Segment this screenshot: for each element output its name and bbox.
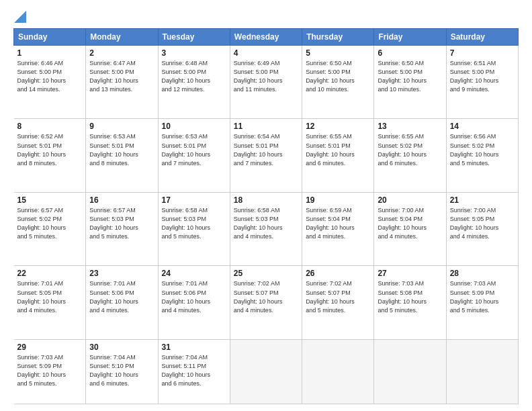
day-info: Sunrise: 6:55 AM Sunset: 5:01 PM Dayligh…	[306, 132, 370, 167]
day-info: Sunrise: 7:01 AM Sunset: 5:06 PM Dayligh…	[89, 279, 154, 314]
day-info: Sunrise: 6:48 AM Sunset: 5:00 PM Dayligh…	[162, 59, 226, 94]
day-info: Sunrise: 7:04 AM Sunset: 5:11 PM Dayligh…	[162, 353, 226, 388]
day-number: 14	[450, 122, 515, 131]
calendar-cell: 12Sunrise: 6:55 AM Sunset: 5:01 PM Dayli…	[302, 119, 374, 192]
day-number: 30	[89, 342, 154, 352]
logo	[13, 11, 27, 23]
day-info: Sunrise: 6:50 AM Sunset: 5:00 PM Dayligh…	[378, 59, 442, 94]
calendar-cell	[446, 339, 518, 404]
day-number: 27	[378, 269, 442, 278]
day-info: Sunrise: 7:01 AM Sunset: 5:05 PM Dayligh…	[17, 279, 83, 314]
day-info: Sunrise: 7:03 AM Sunset: 5:08 PM Dayligh…	[378, 279, 442, 314]
day-info: Sunrise: 7:01 AM Sunset: 5:06 PM Dayligh…	[162, 279, 226, 314]
calendar-cell: 29Sunrise: 7:03 AM Sunset: 5:09 PM Dayli…	[14, 339, 86, 404]
calendar-cell: 22Sunrise: 7:01 AM Sunset: 5:05 PM Dayli…	[14, 266, 86, 339]
day-number: 10	[162, 122, 226, 131]
calendar-cell	[374, 339, 446, 404]
day-number: 6	[378, 48, 442, 58]
day-info: Sunrise: 6:55 AM Sunset: 5:02 PM Dayligh…	[378, 132, 442, 167]
day-info: Sunrise: 6:57 AM Sunset: 5:02 PM Dayligh…	[17, 206, 83, 241]
calendar-cell: 13Sunrise: 6:55 AM Sunset: 5:02 PM Dayli…	[374, 119, 446, 192]
day-info: Sunrise: 7:00 AM Sunset: 5:05 PM Dayligh…	[450, 206, 515, 241]
day-number: 7	[450, 48, 515, 58]
day-number: 21	[450, 195, 515, 205]
weekday-header: Monday	[86, 29, 158, 46]
day-info: Sunrise: 6:58 AM Sunset: 5:03 PM Dayligh…	[162, 206, 226, 241]
calendar-cell: 31Sunrise: 7:04 AM Sunset: 5:11 PM Dayli…	[158, 339, 230, 404]
day-info: Sunrise: 6:53 AM Sunset: 5:01 PM Dayligh…	[89, 132, 154, 167]
day-info: Sunrise: 6:49 AM Sunset: 5:00 PM Dayligh…	[234, 59, 298, 94]
calendar-cell: 25Sunrise: 7:02 AM Sunset: 5:07 PM Dayli…	[230, 266, 302, 339]
calendar-cell: 20Sunrise: 7:00 AM Sunset: 5:04 PM Dayli…	[374, 192, 446, 265]
calendar-cell: 23Sunrise: 7:01 AM Sunset: 5:06 PM Dayli…	[86, 266, 158, 339]
day-info: Sunrise: 7:04 AM Sunset: 5:10 PM Dayligh…	[89, 353, 154, 388]
day-number: 19	[306, 195, 370, 205]
day-info: Sunrise: 7:00 AM Sunset: 5:04 PM Dayligh…	[378, 206, 442, 241]
day-number: 26	[306, 269, 370, 278]
day-info: Sunrise: 7:03 AM Sunset: 5:09 PM Dayligh…	[17, 353, 83, 388]
calendar-cell: 4Sunrise: 6:49 AM Sunset: 5:00 PM Daylig…	[230, 46, 302, 119]
day-number: 13	[378, 122, 442, 131]
day-info: Sunrise: 6:50 AM Sunset: 5:00 PM Dayligh…	[306, 59, 370, 94]
day-number: 28	[450, 269, 515, 278]
calendar-cell: 27Sunrise: 7:03 AM Sunset: 5:08 PM Dayli…	[374, 266, 446, 339]
header	[13, 11, 519, 23]
day-info: Sunrise: 6:52 AM Sunset: 5:01 PM Dayligh…	[17, 132, 83, 167]
weekday-header: Tuesday	[158, 29, 230, 46]
day-info: Sunrise: 6:47 AM Sunset: 5:00 PM Dayligh…	[89, 59, 154, 94]
page: SundayMondayTuesdayWednesdayThursdayFrid…	[0, 0, 532, 411]
calendar-cell: 19Sunrise: 6:59 AM Sunset: 5:04 PM Dayli…	[302, 192, 374, 265]
calendar-cell: 14Sunrise: 6:56 AM Sunset: 5:02 PM Dayli…	[446, 119, 518, 192]
logo-icon	[14, 11, 26, 23]
calendar-cell: 16Sunrise: 6:57 AM Sunset: 5:03 PM Dayli…	[86, 192, 158, 265]
calendar-cell: 11Sunrise: 6:54 AM Sunset: 5:01 PM Dayli…	[230, 119, 302, 192]
calendar-header: SundayMondayTuesdayWednesdayThursdayFrid…	[14, 29, 519, 46]
calendar-cell: 10Sunrise: 6:53 AM Sunset: 5:01 PM Dayli…	[158, 119, 230, 192]
calendar-cell: 21Sunrise: 7:00 AM Sunset: 5:05 PM Dayli…	[446, 192, 518, 265]
weekday-header: Saturday	[446, 29, 518, 46]
calendar-cell: 1Sunrise: 6:46 AM Sunset: 5:00 PM Daylig…	[14, 46, 86, 119]
weekday-header: Sunday	[14, 29, 86, 46]
calendar-cell: 7Sunrise: 6:51 AM Sunset: 5:00 PM Daylig…	[446, 46, 518, 119]
calendar-cell: 9Sunrise: 6:53 AM Sunset: 5:01 PM Daylig…	[86, 119, 158, 192]
day-info: Sunrise: 7:02 AM Sunset: 5:07 PM Dayligh…	[234, 279, 298, 314]
day-info: Sunrise: 6:46 AM Sunset: 5:00 PM Dayligh…	[17, 59, 83, 94]
day-number: 8	[17, 122, 83, 131]
calendar-body: 1Sunrise: 6:46 AM Sunset: 5:00 PM Daylig…	[14, 46, 519, 404]
day-number: 22	[17, 269, 83, 278]
day-number: 18	[234, 195, 298, 205]
calendar-cell: 24Sunrise: 7:01 AM Sunset: 5:06 PM Dayli…	[158, 266, 230, 339]
day-number: 9	[89, 122, 154, 131]
calendar-cell: 3Sunrise: 6:48 AM Sunset: 5:00 PM Daylig…	[158, 46, 230, 119]
day-info: Sunrise: 7:02 AM Sunset: 5:07 PM Dayligh…	[306, 279, 370, 314]
day-info: Sunrise: 6:57 AM Sunset: 5:03 PM Dayligh…	[89, 206, 154, 241]
day-number: 17	[162, 195, 226, 205]
weekday-header: Friday	[374, 29, 446, 46]
calendar-table: SundayMondayTuesdayWednesdayThursdayFrid…	[13, 28, 519, 404]
day-number: 2	[89, 48, 154, 58]
calendar-cell	[302, 339, 374, 404]
calendar-cell: 28Sunrise: 7:03 AM Sunset: 5:09 PM Dayli…	[446, 266, 518, 339]
calendar-cell: 5Sunrise: 6:50 AM Sunset: 5:00 PM Daylig…	[302, 46, 374, 119]
calendar-cell: 6Sunrise: 6:50 AM Sunset: 5:00 PM Daylig…	[374, 46, 446, 119]
weekday-header: Thursday	[302, 29, 374, 46]
day-number: 12	[306, 122, 370, 131]
calendar-cell	[230, 339, 302, 404]
day-number: 20	[378, 195, 442, 205]
day-number: 3	[162, 48, 226, 58]
day-number: 24	[162, 269, 226, 278]
calendar-cell: 17Sunrise: 6:58 AM Sunset: 5:03 PM Dayli…	[158, 192, 230, 265]
day-number: 31	[162, 342, 226, 352]
day-info: Sunrise: 6:54 AM Sunset: 5:01 PM Dayligh…	[234, 132, 298, 167]
calendar-cell: 8Sunrise: 6:52 AM Sunset: 5:01 PM Daylig…	[14, 119, 86, 192]
day-number: 5	[306, 48, 370, 58]
day-info: Sunrise: 6:53 AM Sunset: 5:01 PM Dayligh…	[162, 132, 226, 167]
day-number: 16	[89, 195, 154, 205]
svg-marker-0	[14, 11, 26, 23]
day-info: Sunrise: 6:51 AM Sunset: 5:00 PM Dayligh…	[450, 59, 515, 94]
calendar-cell: 15Sunrise: 6:57 AM Sunset: 5:02 PM Dayli…	[14, 192, 86, 265]
day-info: Sunrise: 6:59 AM Sunset: 5:04 PM Dayligh…	[306, 206, 370, 241]
calendar-cell: 30Sunrise: 7:04 AM Sunset: 5:10 PM Dayli…	[86, 339, 158, 404]
day-number: 4	[234, 48, 298, 58]
calendar-cell: 26Sunrise: 7:02 AM Sunset: 5:07 PM Dayli…	[302, 266, 374, 339]
